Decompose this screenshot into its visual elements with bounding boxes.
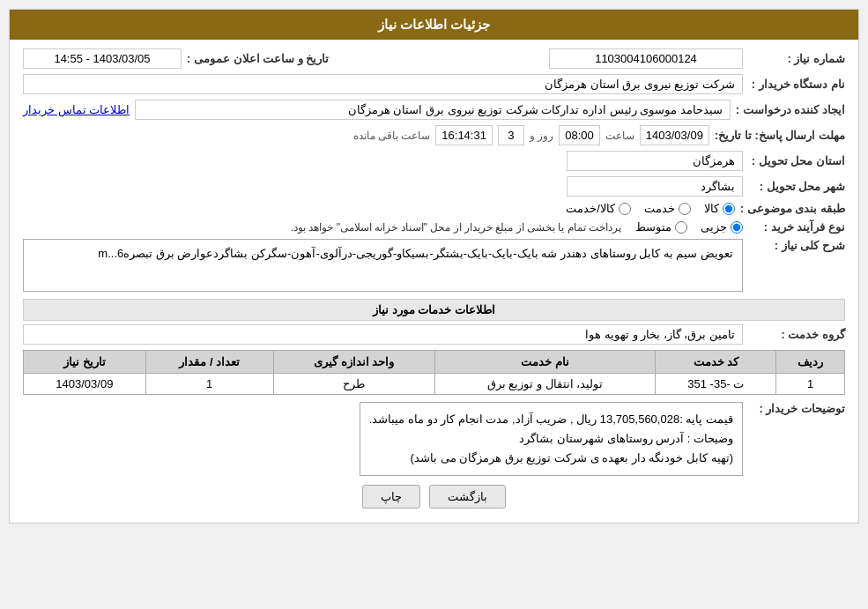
delivery-province-label: استان محل تحویل : [748, 154, 845, 167]
process-label-motevaset: متوسط [635, 220, 671, 234]
process-option-motevaset[interactable]: متوسط [635, 220, 687, 234]
col-header-qty: تعداد / مقدار [145, 351, 273, 374]
delivery-city-value: بشاگرد [567, 176, 743, 197]
buyer-org-label: نام دستگاه خریدار : [748, 78, 845, 91]
buyer-notes-box: قیمت پایه :13,705,560,028 ریال , ضریب آز… [360, 402, 743, 476]
need-number-label: شماره نیاز : [748, 52, 845, 65]
response-date: 1403/03/09 [640, 125, 709, 145]
description-value: تعویض سیم به کابل روستاهای دهندر شه بایک… [23, 239, 743, 292]
process-options: جزیی متوسط [635, 220, 743, 234]
cell-name: تولید، انتقال و توزیع برق [434, 374, 656, 395]
cell-row: 1 [776, 374, 845, 395]
category-label: طبقه بندی موضوعی : [740, 202, 845, 215]
process-radio-motevaset[interactable] [675, 221, 687, 234]
table-row: 1 ت -35- 351 تولید، انتقال و توزیع برق ط… [24, 374, 845, 395]
need-number-value: 1103004106000124 [549, 48, 743, 69]
category-options: کالا خدمت کالا/خدمت [566, 202, 735, 215]
cell-code: ت -35- 351 [656, 374, 776, 395]
process-radio-jozii[interactable] [731, 221, 743, 234]
category-option-service[interactable]: خدمت [644, 202, 691, 215]
col-header-name: نام خدمت [434, 351, 656, 374]
col-header-date: تاریخ نیاز [24, 351, 146, 374]
category-option-kala[interactable]: کالا [704, 202, 735, 215]
service-group-label: گروه خدمت : [748, 328, 845, 341]
panel-title: جزئیات اطلاعات نیاز [10, 10, 858, 40]
buyer-notes-line3: (تهیه کابل خودنگه دار بعهده ی شرکت توزیع… [369, 449, 733, 468]
cell-unit: طرح [273, 374, 434, 395]
buyer-org-value: شرکت توزیع نیروی برق استان هرمزگان [23, 74, 743, 94]
category-radio-service[interactable] [679, 203, 691, 215]
announcement-date-value: 1403/03/05 - 14:55 [23, 48, 182, 69]
category-radio-both[interactable] [619, 203, 631, 215]
process-note: پرداخت تمام یا بخشی از مبلغ خریدار از مح… [291, 221, 621, 234]
services-table: ردیف کد خدمت نام خدمت واحد اندازه گیری ت… [23, 350, 845, 395]
cell-date: 1403/03/09 [24, 374, 146, 395]
col-header-row: ردیف [776, 351, 845, 374]
buyer-notes-line2: وضیحات : آدرس روستاهای شهرستان بشاگرد [369, 429, 733, 449]
print-button[interactable]: چاپ [362, 485, 420, 509]
delivery-province-value: هرمزگان [567, 151, 743, 171]
creator-contact-link[interactable]: اطلاعات تماس خریدار [23, 103, 130, 116]
response-remaining-label: ساعت باقی مانده [353, 130, 431, 142]
service-group-value: تامین برق، گاز، بخار و تهویه هوا [23, 324, 743, 345]
process-type-label: نوع فرآیند خرید : [748, 220, 845, 234]
announcement-date-label: تاریخ و ساعت اعلان عمومی : [187, 52, 329, 65]
category-label-both: کالا/خدمت [566, 202, 615, 215]
response-deadline-label: مهلت ارسال پاسخ: تا تاریخ: [715, 129, 845, 142]
col-header-unit: واحد اندازه گیری [273, 351, 434, 374]
description-label: شرح کلی نیاز : [748, 239, 845, 252]
response-days-label: روز و [530, 130, 553, 142]
action-buttons: بازگشت چاپ [23, 485, 845, 509]
services-section-header: اطلاعات خدمات مورد نیاز [23, 299, 845, 321]
process-option-jozii[interactable]: جزیی [701, 220, 743, 234]
category-label-kala: کالا [704, 202, 719, 215]
process-label-jozii: جزیی [701, 220, 727, 234]
buyer-notes-line1: قیمت پایه :13,705,560,028 ریال , ضریب آز… [369, 410, 733, 429]
delivery-city-label: شهر محل تحویل : [748, 180, 845, 193]
buyer-notes-label: توضیحات خریدار : [748, 402, 845, 415]
back-button[interactable]: بازگشت [429, 485, 506, 509]
col-header-code: کد خدمت [656, 351, 776, 374]
category-option-both[interactable]: کالا/خدمت [566, 202, 631, 215]
category-radio-kala[interactable] [723, 203, 735, 215]
response-days: 3 [498, 125, 524, 145]
category-label-service: خدمت [644, 202, 675, 215]
response-time-label: ساعت [605, 130, 634, 142]
response-time: 08:00 [559, 125, 600, 145]
creator-label: ایجاد کننده درخواست : [736, 103, 845, 116]
response-remaining: 16:14:31 [435, 125, 493, 145]
cell-qty: 1 [145, 374, 273, 395]
creator-value: سیدحامد موسوی رئیس اداره تدارکات شرکت تو… [135, 100, 731, 120]
